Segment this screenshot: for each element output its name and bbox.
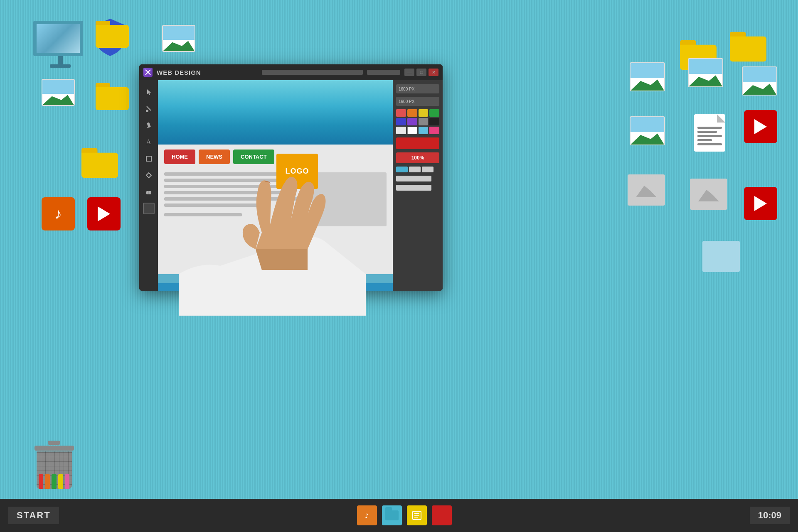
desktop-icon-image3[interactable] [630,62,665,91]
taskbar: START ♪ 10:09 [0,499,798,532]
window-icon-svg [145,69,151,76]
desktop-icon-blue-image[interactable] [702,241,740,272]
maximize-button[interactable]: □ [416,69,426,76]
window-url-bar[interactable] [262,70,363,75]
taskbar-music-icon[interactable]: ♪ [357,505,377,525]
window-toolbar: A [139,80,158,291]
desktop-icon-image2[interactable] [42,79,75,106]
hand-svg [179,158,366,316]
desktop-icon-monitor[interactable] [33,21,87,71]
swatch-cyan[interactable] [419,127,429,134]
tool-cursor[interactable] [143,86,155,98]
swatch-pure-white[interactable] [407,127,417,134]
tool-extra[interactable] [143,203,155,214]
swatch-red[interactable] [396,109,406,117]
swatch-green[interactable] [429,109,439,117]
window-controls: — □ ✕ [404,69,438,76]
canvas-header [158,80,393,145]
music-icon: ♪ [365,510,369,521]
desktop-icon-folder3[interactable] [83,150,116,177]
panel-height-input[interactable]: 1600 PX [396,97,439,106]
window-url-bar2[interactable] [367,70,400,75]
monitor-body [33,21,83,56]
desktop-icon-video2[interactable] [744,110,777,143]
desktop-icon-gray-image2[interactable] [690,179,727,210]
swatch-yellow[interactable] [419,109,429,117]
svg-rect-9 [146,156,151,161]
svg-rect-7 [147,122,151,127]
panel-layout-row2 [396,176,439,181]
panel-red-swatch[interactable] [396,137,439,149]
desktop-icon-folder1[interactable] [96,21,129,48]
desktop-icon-video1[interactable] [87,197,121,230]
svg-rect-11 [146,191,151,194]
color-swatches [396,109,439,134]
monitor-screen [37,24,80,53]
taskbar-note-icon[interactable] [407,505,427,525]
panel-box-blue1[interactable] [396,167,408,172]
music-note-icon: ♪ [54,205,62,223]
tool-eraser[interactable] [143,186,155,198]
panel-box-gray1[interactable] [409,167,421,172]
tool-brush[interactable] [143,103,155,115]
taskbar-red-icon[interactable] [432,505,452,525]
desktop-icon-image4[interactable] [688,58,723,87]
hand-overlay [179,158,366,316]
desktop-icon-trash[interactable] [33,441,75,490]
minimize-button[interactable]: — [404,69,414,76]
panel-box-wide[interactable] [396,176,431,181]
panel-box-wide2[interactable] [396,185,431,191]
desktop-icon-document[interactable] [694,114,725,152]
desktop-icon-music[interactable]: ♪ [42,197,75,230]
desktop-icon-image1[interactable] [162,25,195,52]
swatch-purple[interactable] [407,118,417,125]
start-button[interactable]: START [8,507,59,524]
svg-marker-10 [146,173,151,178]
panel-box-gray2[interactable] [422,167,433,172]
monitor-stand [58,56,63,64]
close-button[interactable]: ✕ [429,69,438,76]
tool-text[interactable]: A [143,136,155,148]
play-icon-2 [754,119,767,134]
tool-diamond[interactable] [143,169,155,181]
svg-point-6 [146,110,148,112]
window-app-icon [143,68,153,77]
window-title: WEB DESIGN [157,69,258,76]
desktop-icon-folder5[interactable] [732,33,765,60]
desktop-icon-image5[interactable] [742,66,777,96]
swatch-gray[interactable] [419,118,429,125]
desktop-icon-image6[interactable] [630,116,665,145]
desktop-icon-video3[interactable] [744,187,777,220]
desktop-icon-folder2[interactable] [96,83,129,110]
taskbar-icons: ♪ [357,505,452,525]
taskbar-folder-icon[interactable] [382,505,402,525]
panel-layout-row3 [396,185,439,191]
zoom-control[interactable]: 100% [396,152,439,163]
play-icon-3 [754,196,767,211]
play-icon [98,206,110,221]
window-titlebar: WEB DESIGN — □ ✕ [139,64,443,80]
panel-width-input[interactable]: 1600 PX [396,84,439,93]
tool-rectangle[interactable] [143,153,155,164]
panel-layout-row1 [396,167,439,172]
window-panel: 1600 PX 1600 PX 100% [393,80,443,291]
desktop-icon-gray-image1[interactable] [628,174,665,206]
swatch-white[interactable] [396,127,406,134]
monitor-base [50,64,71,68]
swatch-pink[interactable] [429,127,439,134]
tool-pencil[interactable] [143,120,155,131]
swatch-blue[interactable] [396,118,406,125]
swatch-orange[interactable] [407,109,417,117]
clock: 10:09 [750,507,790,524]
swatch-black[interactable] [429,118,439,125]
